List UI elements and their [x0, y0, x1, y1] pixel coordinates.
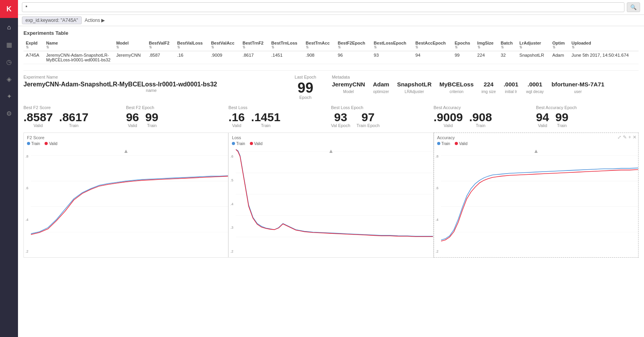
sidebar-item-shield[interactable]: ◈	[0, 71, 18, 87]
table-row[interactable]: A745A JeremyCNN-Adam-SnapshotLR-MyBCELos…	[23, 51, 639, 64]
add-icon[interactable]: +	[628, 134, 631, 140]
f2-chart: F2 Score Train Valid ▲ .8.6.4.2	[23, 133, 228, 258]
col-imgSize[interactable]: ImgSize ⇅	[475, 39, 499, 51]
col-uploaded[interactable]: Uploaded ⇅	[569, 39, 639, 51]
charts-row: F2 Score Train Valid ▲ .8.6.4.2	[23, 133, 639, 258]
stat-group-acc: Best Accuracy .9009 Valid .908 Train	[434, 105, 536, 128]
metadata-item: 224img size	[481, 81, 496, 95]
filterbar: exp_id.keyword: "A745A" Actions ▶	[18, 15, 644, 26]
stat-group-loss: Best Loss .16 Valid .1451 Train	[228, 105, 331, 128]
detail-header: Experiment Name JeremyCNN-Adam-SnapshotL…	[23, 75, 639, 100]
loss-scroll-up[interactable]: ▲	[328, 148, 334, 154]
metadata-item: JeremyCNNModel	[332, 81, 365, 95]
accuracy-chart-legend: Train Valid	[434, 141, 638, 147]
cell-bestTrnLoss: .1451	[269, 51, 303, 64]
content-area: Experiments Table ExpId ⇅ Name ⇅ Model ⇅…	[18, 26, 644, 337]
metadata-block: Metadata JeremyCNNModelAdamoptimizerSnap…	[332, 75, 639, 95]
loss-chart: Loss Train Valid ▲ .6.5.4.3.2	[228, 133, 433, 258]
col-bestF2Epoch[interactable]: BestF2Epoch ⇅	[335, 39, 371, 51]
stat-f2-valid: .8587 Valid	[23, 111, 53, 128]
stat-group-loss-epoch: Best Loss Epoch 93 Val Epoch 97 Train Ep…	[331, 105, 434, 128]
sidebar: K ⌂ ▦ ◷ ◈ ✦ ⚙	[0, 0, 18, 337]
filter-tag[interactable]: exp_id.keyword: "A745A"	[22, 16, 82, 24]
col-bestLossEpoch[interactable]: BestLossEpoch ⇅	[371, 39, 413, 51]
col-batch[interactable]: Batch ⇅	[499, 39, 517, 51]
loss-chart-title: Loss	[229, 133, 433, 141]
metadata-item: .0001initial lr	[504, 81, 518, 95]
col-bestTrnAcc[interactable]: BestTrnAcc ⇅	[303, 39, 335, 51]
cell-bestValAcc: .9009	[209, 51, 240, 64]
cell-epochs: 99	[452, 51, 475, 64]
col-bestValAcc[interactable]: BestValAcc ⇅	[209, 39, 240, 51]
metadata-item: bfortuner-MS-7A71user	[552, 81, 605, 95]
cell-bestValf2: .8587	[147, 51, 175, 64]
cell-optim: Adam	[550, 51, 569, 64]
cell-uploaded: June 5th 2017, 14:50:41.674	[569, 51, 639, 64]
stat-group-f2-epoch: Best F2 Epoch 96 Valid 99 Train	[126, 105, 228, 128]
experiments-table: ExpId ⇅ Name ⇅ Model ⇅ BestValF2 ⇅ BestV…	[23, 39, 639, 64]
edit-icon[interactable]: ✎	[623, 134, 627, 140]
actions-button[interactable]: Actions ▶	[85, 18, 105, 23]
detail-name-block: Experiment Name JeremyCNN-Adam-SnapshotL…	[23, 75, 279, 93]
col-bestTrnLoss[interactable]: BestTrnLoss ⇅	[269, 39, 303, 51]
cell-expid: A745A	[23, 51, 44, 64]
stat-f2-epoch-train: 99 Train	[145, 111, 158, 128]
experiment-name-sublabel: name	[23, 88, 279, 93]
search-input[interactable]	[22, 2, 624, 12]
stat-f2-train: .8617 Train	[59, 111, 88, 128]
sidebar-item-charts[interactable]: ▦	[0, 37, 18, 52]
close-icon[interactable]: ✕	[633, 134, 637, 140]
cell-imgSize: 224	[475, 51, 499, 64]
col-epochs[interactable]: Epochs ⇅	[452, 39, 475, 51]
stat-acc-valid: .9009 Valid	[434, 111, 463, 128]
col-expid[interactable]: ExpId ⇅	[23, 39, 44, 51]
col-model[interactable]: Model ⇅	[114, 39, 147, 51]
sidebar-item-wrench[interactable]: ✦	[0, 88, 18, 104]
sidebar-item-clock[interactable]: ◷	[0, 54, 18, 70]
f2-scroll-up[interactable]: ▲	[123, 148, 129, 154]
stat-f2-epoch-label: Best F2 Epoch	[126, 105, 228, 110]
metadata-label: Metadata	[332, 75, 639, 79]
experiments-table-title: Experiments Table	[23, 30, 639, 36]
experiment-name-label: Experiment Name	[23, 75, 279, 79]
cell-model: JeremyCNN	[114, 51, 147, 64]
col-bestTrnF2[interactable]: BestTrnF2 ⇅	[240, 39, 269, 51]
stat-loss-valid: .16 Valid	[228, 111, 245, 128]
col-bestAccEpoch[interactable]: BestAccEpoch ⇅	[413, 39, 452, 51]
sidebar-item-home[interactable]: ⌂	[0, 20, 18, 35]
search-button[interactable]: 🔍	[627, 2, 640, 12]
metadata-item: .0001wgt decay	[526, 81, 544, 95]
metadata-item: SnapshotLRLRAdjuster	[397, 81, 431, 95]
metadata-grid: JeremyCNNModelAdamoptimizerSnapshotLRLRA…	[332, 81, 639, 95]
stat-f2-label: Best F2 Score	[23, 105, 126, 110]
cell-bestTrnAcc: .908	[303, 51, 335, 64]
accuracy-chart-title: Accuracy	[434, 133, 638, 141]
f2-chart-legend: Train Valid	[24, 141, 228, 147]
sidebar-item-gear[interactable]: ⚙	[0, 106, 18, 121]
stat-loss-train: .1451 Train	[251, 111, 280, 128]
expand-icon[interactable]: ⤢	[617, 134, 621, 140]
col-lrAdjuster[interactable]: LrAdjuster ⇅	[517, 39, 550, 51]
epoch-number: 99	[295, 81, 316, 95]
metadata-item: MyBCELosscriterion	[439, 81, 474, 95]
col-name[interactable]: Name ⇅	[44, 39, 114, 51]
stat-loss-label: Best Loss	[228, 105, 331, 110]
stat-acc-epoch-label: Best Accuracy Epoch	[536, 105, 639, 110]
main-area: 🔍 exp_id.keyword: "A745A" Actions ▶ Expe…	[18, 0, 644, 337]
f2-chart-title: F2 Score	[24, 133, 228, 141]
f2-y-axis: .8.6.4.2	[25, 154, 29, 253]
cell-lrAdjuster: SnapshotLR	[517, 51, 550, 64]
stat-loss-epoch-train: 97 Train Epoch	[357, 111, 380, 128]
cell-batch: 32	[499, 51, 517, 64]
cell-name: JeremyCNN-Adam-SnapshotLR-MyBCELoss-lr00…	[44, 51, 114, 64]
accuracy-y-axis: .8.6.4.2	[436, 154, 439, 253]
experiment-name-value: JeremyCNN-Adam-SnapshotLR-MyBCELoss-lr00…	[23, 81, 279, 88]
metadata-item: Adamoptimizer	[373, 81, 389, 95]
accuracy-scroll-up[interactable]: ▲	[533, 148, 539, 154]
col-bestValf2[interactable]: BestValF2 ⇅	[147, 39, 175, 51]
col-bestValLoss[interactable]: BestValLoss ⇅	[175, 39, 209, 51]
stat-f2-epoch-valid: 96 Valid	[126, 111, 139, 128]
col-optim[interactable]: Optim ⇅	[550, 39, 569, 51]
cell-bestValLoss: .16	[175, 51, 209, 64]
app-logo[interactable]: K	[0, 0, 18, 18]
